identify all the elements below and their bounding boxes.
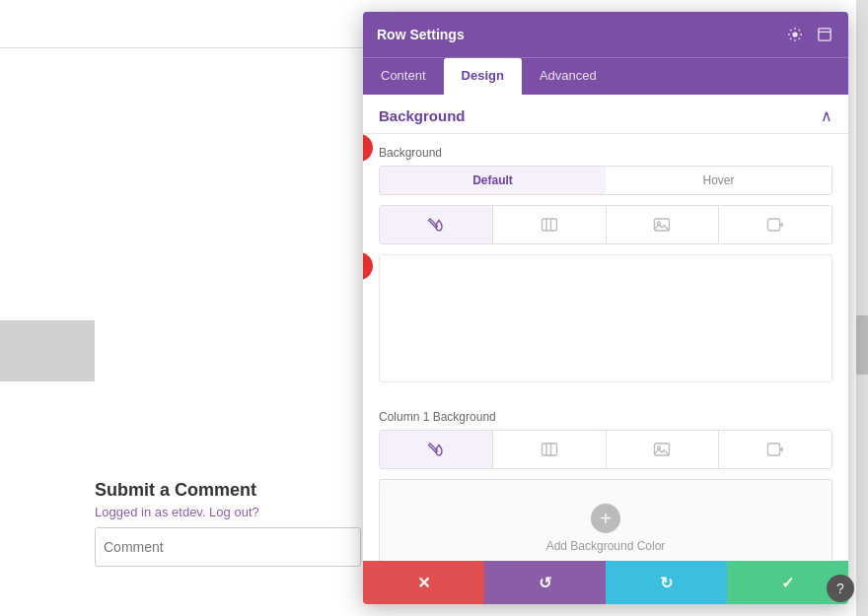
redo-button[interactable]: ↻	[606, 561, 727, 604]
submit-comment-title: Submit a Comment	[95, 480, 361, 501]
bg-type-row	[379, 205, 832, 244]
background-section-header: Background ∧	[363, 95, 848, 134]
col1-bg-type-color[interactable]	[380, 431, 493, 468]
modal-title: Row Settings	[377, 27, 465, 42]
modal-body: Background ∧ 1 Background Default Hover	[363, 95, 848, 561]
login-text[interactable]: Logged in as etdev. Log out?	[95, 505, 361, 519]
default-hover-tabs: Default Hover	[379, 166, 832, 195]
add-bg-color-icon: +	[591, 504, 620, 533]
settings-icon[interactable]	[785, 25, 805, 44]
section-title: Background	[379, 107, 466, 124]
annotation-1: 1	[363, 134, 373, 162]
svg-rect-8	[768, 219, 780, 231]
tab-hover[interactable]: Hover	[606, 167, 832, 194]
tab-advanced[interactable]: Advanced	[522, 58, 615, 95]
bg-type-video[interactable]	[719, 206, 832, 243]
color-bucket-icon	[427, 216, 445, 234]
image-icon	[653, 216, 671, 234]
col1-label: Column 1 Background	[379, 410, 832, 424]
col1-bg-type-row	[379, 430, 832, 469]
col1-bg-type-gradient[interactable]	[493, 431, 607, 468]
video-icon	[766, 216, 784, 234]
add-bg-color-text: Add Background Color	[546, 539, 666, 553]
modal-footer: ✕ ↺ ↻ ✓	[363, 561, 848, 604]
modal-tabs: Content Design Advanced	[363, 57, 848, 95]
submit-comment-area: Submit a Comment Logged in as etdev. Log…	[95, 480, 361, 567]
background-settings: 1 Background Default Hover	[363, 134, 848, 410]
annotation-2: 2	[363, 252, 373, 280]
gray-content-block	[0, 320, 95, 381]
bg-preview-area	[379, 254, 832, 382]
collapse-icon[interactable]: ∧	[821, 106, 832, 125]
bg-type-image[interactable]	[607, 206, 720, 243]
col1-gradient-icon	[541, 441, 558, 458]
col1-bg-type-video[interactable]	[719, 431, 832, 468]
col1-bg-type-image[interactable]	[607, 431, 720, 468]
col1-video-icon	[766, 441, 784, 458]
col1-color-bucket-icon	[427, 441, 445, 458]
tab-content[interactable]: Content	[363, 58, 444, 95]
tab-design[interactable]: Design	[444, 58, 522, 95]
svg-rect-3	[542, 219, 556, 231]
page-scrollbar-thumb	[856, 315, 868, 375]
gradient-icon	[541, 216, 558, 234]
row-settings-panel: Row Settings Content Design A	[363, 12, 848, 604]
cancel-button[interactable]: ✕	[363, 561, 484, 604]
svg-rect-10	[542, 444, 556, 455]
background-label: Background	[379, 146, 832, 160]
page-scrollbar[interactable]	[856, 0, 868, 616]
svg-rect-1	[819, 29, 831, 40]
modal-header-icons	[785, 25, 834, 44]
help-icon[interactable]: ?	[827, 575, 854, 602]
bg-type-color[interactable]	[380, 206, 493, 243]
svg-rect-15	[768, 444, 780, 455]
add-bg-color-area[interactable]: + Add Background Color	[379, 479, 832, 561]
svg-point-0	[792, 32, 797, 36]
bg-type-gradient[interactable]	[493, 206, 607, 243]
tab-default[interactable]: Default	[380, 167, 606, 194]
reset-button[interactable]: ↺	[484, 561, 606, 604]
col1-section: Column 1 Background	[363, 410, 848, 561]
comment-input[interactable]	[95, 527, 361, 567]
modal-header: Row Settings	[363, 12, 848, 57]
col1-image-icon	[653, 441, 671, 458]
expand-icon[interactable]	[815, 25, 834, 44]
